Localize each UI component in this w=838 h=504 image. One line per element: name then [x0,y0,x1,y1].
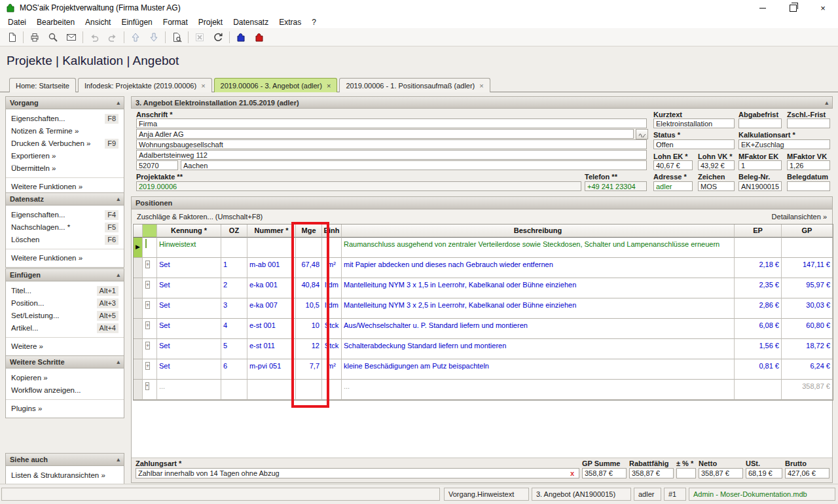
lohn-vk-field[interactable] [698,160,735,170]
mfaktor-vk-field[interactable] [787,160,830,170]
cell-gp[interactable]: 30,03 € [782,298,833,319]
sidebar-item-exportieren[interactable]: Exportieren » [6,150,124,162]
telefon-field[interactable] [585,181,647,191]
document-header-bar[interactable]: 3. Angebot Elektroinstallation 21.05.201… [131,96,833,109]
cell-gp[interactable]: 95,97 € [782,278,833,298]
detailansichten-link[interactable]: Detailansichten » [772,213,827,221]
ust-field[interactable] [746,468,782,478]
sidebar-item-titel[interactable]: Titel...Alt+1 [6,285,124,297]
cell-mge[interactable] [296,380,322,400]
tab-positionsaufmass[interactable]: 2019.00006 - 1. Positionsaufmaß (adler)× [339,78,490,92]
beleg-nr-field[interactable] [738,181,782,191]
cell-ep[interactable]: 0,81 € [735,359,782,380]
cancel-button[interactable] [191,29,209,45]
sidebar-item-position[interactable]: Position...Alt+3 [6,297,124,310]
cell-beschreibung[interactable]: Schalterabdeckung Standard liefern und m… [342,339,735,359]
sidebar-item-drucken-verbuchen[interactable]: Drucken & Verbuchen »F9 [6,137,124,150]
table-row[interactable]: ▶ Hinweistext Raumanschluss ausgehend vo… [134,238,833,258]
table-new-row[interactable]: * ... ... 358,87 € [134,380,833,400]
cell-gp[interactable]: 147,11 € [782,258,833,278]
cell-nummer[interactable] [247,238,296,258]
cell-mge[interactable]: 10,5 [296,298,322,319]
sidebar-item-eigenschaften-vorgang[interactable]: Eigenschaften...F8 [6,113,124,125]
sidebar-item-artikel[interactable]: Artikel...Alt+4 [6,322,124,334]
cell-beschreibung[interactable]: Mantelleitung NYM 3 x 1,5 in Leerrohr, K… [342,278,735,298]
sidebar-item-workflow-anzeigen[interactable]: Workflow anzeigen... [6,384,124,397]
cell-kennung[interactable]: Set [157,319,221,339]
sidebar-item-weitere-funktionen-vorgang[interactable]: Weitere Funktionen » [6,181,124,193]
print-button[interactable] [26,29,44,45]
cell-ep[interactable]: 1,56 € [735,339,782,359]
cell-beschreibung[interactable]: mit Papier abdecken und dieses nach Gebr… [342,258,735,278]
plz-field[interactable] [136,160,178,170]
tab-angebot-active[interactable]: 2019.00006 - 3. Angebot (adler)× [214,78,338,92]
menu-hilfe[interactable]: ? [306,16,321,28]
tab-close-icon[interactable]: × [479,82,483,90]
cell-kennung[interactable]: Set [157,278,221,298]
cell-einh[interactable]: Stck [322,319,342,339]
cell-kennung[interactable]: ... [157,380,221,400]
cell-beschreibung[interactable]: kleine Beschädigungen am Putz beispachte… [342,359,735,380]
lohn-ek-field[interactable] [653,160,693,170]
email-button[interactable] [62,29,81,45]
status-field[interactable] [653,139,735,149]
cell-beschreibung[interactable]: Raumanschluss ausgehend von zentraler Ve… [342,238,735,258]
table-row[interactable]: + Set 3 e-ka 007 10,5 lfdm Mantelleitung… [134,298,833,319]
section-header-siehe-auch[interactable]: Siehe auch▴ [5,453,124,466]
menu-format[interactable]: Format [158,16,193,28]
anschrift-strasse-field[interactable] [136,150,647,160]
plugin-blue-button[interactable] [232,29,250,45]
report-preview-button[interactable] [168,29,186,45]
mfaktor-ek-field[interactable] [738,160,782,170]
sidebar-item-weitere-funktionen-datensatz[interactable]: Weitere Funktionen » [6,252,124,264]
cell-oz[interactable]: 2 [221,278,247,298]
cell-nummer[interactable] [247,380,296,400]
col-header-einh[interactable]: Einh [322,225,342,238]
menu-bearbeiten[interactable]: Bearbeiten [31,16,80,28]
positions-header-bar[interactable]: Positionen [132,197,832,209]
cell-kennung[interactable]: Set [157,339,221,359]
sidebar-item-nachschlagen[interactable]: Nachschlagen... *F5 [6,221,124,234]
gp-summe-field[interactable] [582,468,627,478]
sidebar-item-listen-strukturansichten[interactable]: Listen & Strukturansichten » [6,469,124,482]
sidebar-item-notizen-termine[interactable]: Notizen & Termine » [6,125,124,137]
cell-oz[interactable]: 4 [221,319,247,339]
menu-datensatz[interactable]: Datensatz [228,16,274,28]
tab-infodesk-projektakte[interactable]: Infodesk: Projektakte (2019.00006)× [78,78,212,92]
netto-field[interactable] [699,468,743,478]
cell-ep[interactable]: 2,86 € [735,298,782,319]
address-lookup-button[interactable] [636,129,648,139]
sidebar-item-uebermitteln[interactable]: Übermitteln » [6,162,124,175]
cell-ep[interactable]: 2,35 € [735,278,782,298]
cell-einh[interactable] [322,380,342,400]
cell-ep[interactable]: 2,18 € [735,258,782,278]
col-header-gp[interactable]: GP [782,225,833,238]
col-header-mge[interactable]: Mge [296,225,322,238]
cell-beschreibung[interactable]: Aus/Wechselschalter u. P. Standard liefe… [342,319,735,339]
table-row[interactable]: + Set 2 e-ka 001 40,84 lfdm Mantelleitun… [134,278,833,298]
cell-mge[interactable]: 67,48 [296,258,322,278]
adresse-field[interactable] [653,181,693,191]
sidebar-item-eigenschaften-datensatz[interactable]: Eigenschaften...F4 [6,209,124,221]
cell-nummer[interactable]: m-ab 001 [247,258,296,278]
plusminus-prozent-field[interactable] [676,468,696,478]
row-expander[interactable]: + [143,298,157,319]
cell-oz[interactable]: 1 [221,258,247,278]
cell-gp[interactable]: 60,80 € [782,319,833,339]
cell-beschreibung[interactable]: ... [342,380,735,400]
cell-einh[interactable]: m² [322,359,342,380]
table-row[interactable]: + Set 5 e-st 011 12 Stck Schalterabdecku… [134,339,833,359]
table-row[interactable]: + Set 6 m-pvi 051 7,7 m² kleine Beschädi… [134,359,833,380]
row-expander[interactable]: * [143,380,157,400]
tab-close-icon[interactable]: × [201,82,205,90]
row-expander[interactable]: + [143,359,157,380]
sidebar-item-plugins[interactable]: Plugins » [6,403,124,415]
plugin-red-button[interactable] [250,29,268,45]
redo-button[interactable] [103,29,122,45]
cell-kennung[interactable]: Set [157,258,221,278]
cell-oz[interactable]: 6 [221,359,247,380]
section-header-weitere-schritte[interactable]: Weitere Schritte▴ [5,355,124,369]
tab-home-startseite[interactable]: Home: Startseite [9,78,76,92]
anschrift-firma-field[interactable] [136,118,647,128]
section-header-vorgang[interactable]: Vorgang▴ [5,96,124,109]
